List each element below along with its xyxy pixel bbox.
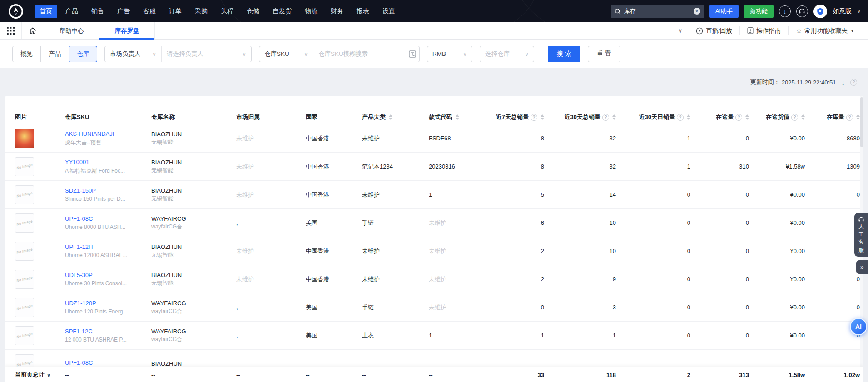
home-icon[interactable]	[22, 22, 44, 39]
nav-item-产品[interactable]: 产品	[60, 5, 83, 18]
headset-icon	[858, 216, 864, 223]
sort-icon[interactable]	[687, 114, 690, 120]
warehouse-select[interactable]: 选择仓库∨	[480, 46, 534, 62]
stock-cell: 0	[805, 304, 860, 311]
ai-floating-button[interactable]: AI	[850, 318, 867, 335]
chevron-down-icon[interactable]: ∨	[857, 8, 861, 14]
collapse-panel-button[interactable]: »	[856, 260, 868, 274]
style-code-cell: 未维护	[429, 219, 488, 227]
help-icon[interactable]: ?	[531, 114, 537, 121]
view-tab-产品[interactable]: 产品	[40, 46, 69, 62]
nav-item-财务[interactable]: 财务	[326, 5, 348, 18]
search-value: 库存	[624, 7, 694, 15]
stock-cell: 0	[805, 219, 860, 226]
nav-item-自发货[interactable]: 自发货	[268, 5, 297, 18]
nav-item-首页[interactable]: 首页	[35, 5, 57, 18]
column-header: 市场归属	[236, 113, 306, 121]
transit-cell: 0	[690, 191, 749, 198]
tabbar-actions: ∨ 直播/回放 操作指南 ☆ 常用功能收藏夹 ▼	[672, 22, 868, 39]
sku-link[interactable]: SDZ1-150P	[65, 187, 147, 194]
view-tab-概览[interactable]: 概览	[12, 46, 41, 62]
chevron-down-icon[interactable]: ∨	[672, 27, 689, 34]
nav-item-头程[interactable]: 头程	[216, 5, 238, 18]
sku-cell: UPF1-08CUhome 8000 BTU ASH...	[65, 215, 151, 230]
chevron-down-icon[interactable]: ∨	[47, 372, 50, 377]
nav-item-广告[interactable]: 广告	[112, 5, 135, 18]
sort-icon[interactable]	[856, 114, 860, 120]
product-name: Uhome 30 Pints Consol...	[65, 280, 147, 287]
sort-icon[interactable]	[389, 114, 392, 120]
daily30-cell: 0	[616, 248, 690, 254]
help-icon[interactable]: ?	[791, 114, 798, 121]
tab-help-center[interactable]: 帮助中心	[44, 22, 99, 39]
help-icon[interactable]: ?	[677, 114, 684, 121]
product-name: Shinco 150 Pints per D...	[65, 196, 147, 202]
style-code-cell: 20230316	[429, 163, 488, 170]
favorites-button[interactable]: ☆ 常用功能收藏夹 ▼	[788, 26, 862, 35]
view-switcher: 概览产品仓库	[12, 46, 97, 62]
warehouse-cell: BIAOZHUN无锡智能	[151, 243, 236, 259]
app-logo-icon[interactable]	[7, 3, 25, 20]
product-image-cell: No Image	[15, 326, 65, 345]
currency-select[interactable]: RMB∨	[427, 46, 472, 62]
ai-assistant-button[interactable]: AI助手	[709, 5, 739, 18]
warehouse-name: 无锡智能	[151, 251, 232, 259]
download-icon[interactable]: ↓	[779, 5, 791, 17]
sku-link[interactable]: UPF1-12H	[65, 243, 147, 250]
clear-search-icon[interactable]: ✕	[694, 8, 700, 15]
sort-icon[interactable]	[541, 114, 544, 120]
nav-item-物流[interactable]: 物流	[300, 5, 322, 18]
product-image-cell: No Image	[15, 298, 65, 317]
avatar[interactable]	[813, 5, 827, 18]
reset-button[interactable]: 重 置	[588, 46, 620, 62]
nav-item-仓储[interactable]: 仓储	[242, 5, 264, 18]
live-replay-button[interactable]: 直播/回放	[689, 26, 739, 35]
sku-link[interactable]: YY10001	[65, 159, 147, 165]
market-owner-select[interactable]: 市场负责人∨	[105, 46, 161, 62]
sku-link[interactable]: AKS-HUNIANDAJI	[65, 130, 147, 137]
apps-grid-icon[interactable]	[0, 22, 22, 39]
view-tab-仓库[interactable]: 仓库	[69, 46, 97, 62]
customer-service-tab[interactable]: 人工客服	[854, 213, 868, 257]
nav-item-订单[interactable]: 订单	[164, 5, 187, 18]
inventory-table-card: 图片仓库SKU仓库名称市场归属国家产品大类款式代码近7天总销量?近30天总销量?…	[5, 96, 863, 382]
nav-item-采购[interactable]: 采购	[190, 5, 213, 18]
owner-picker-select[interactable]: 请选择负责人∨	[161, 46, 251, 62]
sku-link[interactable]: UDL5-30P	[65, 272, 147, 278]
tab-inventory-compass[interactable]: 库存罗盘	[99, 22, 155, 39]
summary-daily30: 2	[616, 372, 690, 378]
category-cell: 上衣	[362, 332, 429, 340]
help-icon[interactable]: ?	[846, 114, 853, 121]
sku-link[interactable]: UPF1-08C	[65, 359, 147, 366]
transit-cell: 0	[690, 276, 749, 283]
batch-text-icon[interactable]	[405, 46, 419, 62]
global-search-input[interactable]: 库存 ✕	[611, 5, 704, 18]
market-cell: 未维护	[236, 191, 306, 199]
nav-item-设置[interactable]: 设置	[377, 5, 400, 18]
sku-link[interactable]: SPF1-12C	[65, 328, 147, 335]
chevron-down-icon: ∨	[463, 51, 467, 57]
table-row: No ImageUPF1-12HUhome 12000 ASHRAE...BIA…	[5, 237, 863, 265]
account-name[interactable]: 如意版	[833, 7, 852, 15]
sku-type-select[interactable]: 仓库SKU∨	[259, 46, 313, 62]
search-button[interactable]: 搜 索	[548, 46, 580, 62]
sku-fuzzy-input[interactable]: 仓库SKU模糊搜索	[313, 46, 405, 62]
help-icon[interactable]: ?	[850, 79, 857, 86]
nav-item-客服[interactable]: 客服	[138, 5, 161, 18]
column-header: 仓库SKU	[65, 113, 151, 121]
nav-item-报表[interactable]: 报表	[352, 5, 374, 18]
sort-download-icon[interactable]: ↓	[842, 79, 845, 86]
sort-icon[interactable]	[801, 114, 805, 120]
sku-link[interactable]: UDZ1-120P	[65, 300, 147, 307]
sort-icon[interactable]	[612, 114, 616, 120]
sku-link[interactable]: UPF1-08C	[65, 215, 147, 222]
new-feature-button[interactable]: 新功能	[744, 5, 774, 18]
no-image-placeholder: No Image	[15, 185, 34, 204]
nav-item-销售[interactable]: 销售	[86, 5, 109, 18]
help-icon[interactable]: ?	[602, 114, 609, 121]
guide-button[interactable]: 操作指南	[739, 26, 788, 35]
headset-icon[interactable]	[796, 5, 808, 17]
sort-icon[interactable]	[456, 114, 459, 120]
help-icon[interactable]: ?	[735, 114, 742, 121]
sort-icon[interactable]	[745, 114, 749, 120]
